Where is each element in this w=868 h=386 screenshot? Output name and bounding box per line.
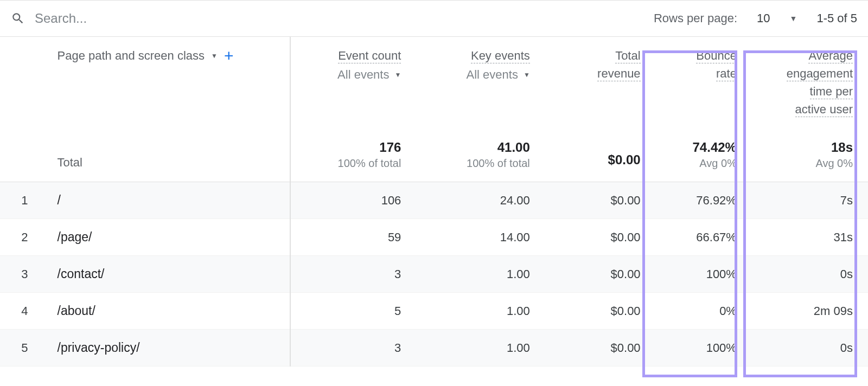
search-input[interactable] xyxy=(35,11,197,26)
cell-event-count: 3 xyxy=(290,330,416,366)
cell-event-count: 59 xyxy=(290,219,416,256)
cell-event-count: 106 xyxy=(290,182,416,219)
table-row[interactable]: 4/about/51.00$0.000%2m 09s xyxy=(0,293,868,330)
row-index: 1 xyxy=(0,182,44,219)
search-icon xyxy=(11,11,25,25)
cell-key-events: 14.00 xyxy=(416,219,545,256)
dimension-header: Page path and screen class ▼ + xyxy=(44,37,291,118)
index-header xyxy=(0,37,44,118)
totals-label: Total xyxy=(44,156,290,170)
data-table: Page path and screen class ▼ + Event cou… xyxy=(0,37,868,366)
cell-avg-engagement: 0s xyxy=(752,330,868,366)
cell-bounce-rate: 66.67% xyxy=(656,219,752,256)
table-row[interactable]: 5/privacy-policy/31.00$0.00100%0s xyxy=(0,330,868,366)
chevron-down-icon[interactable]: ▼ xyxy=(211,52,218,60)
cell-revenue: $0.00 xyxy=(545,293,656,330)
chevron-down-icon: ▼ xyxy=(790,14,797,23)
table-row[interactable]: 3/contact/31.00$0.00100%0s xyxy=(0,256,868,293)
column-header-bounce-rate[interactable]: Bouncerate xyxy=(656,37,752,118)
search-field-wrap xyxy=(11,11,644,26)
rows-per-page-value: 10 xyxy=(757,11,770,25)
cell-event-count: 3 xyxy=(290,256,416,293)
page-path: / xyxy=(44,193,290,208)
col-label: Average xyxy=(808,49,853,63)
cell-bounce-rate: 76.92% xyxy=(656,182,752,219)
totals-row: Total 176 100% of total 41.00 100% of to… xyxy=(0,118,868,182)
total-event-count: 176 100% of total xyxy=(290,118,416,182)
col-label: engagement xyxy=(787,67,853,81)
cell-key-events: 1.00 xyxy=(416,330,545,366)
column-header-event-count[interactable]: Event count All events▼ xyxy=(290,37,416,118)
cell-avg-engagement: 7s xyxy=(752,182,868,219)
cell-revenue: $0.00 xyxy=(545,330,656,366)
table-row[interactable]: 1/10624.00$0.0076.92%7s xyxy=(0,182,868,219)
page-range-label: 1-5 of 5 xyxy=(816,11,857,25)
row-index: 5 xyxy=(0,330,44,366)
cell-bounce-rate: 100% xyxy=(656,256,752,293)
cell-key-events: 24.00 xyxy=(416,182,545,219)
column-header-row: Page path and screen class ▼ + Event cou… xyxy=(0,37,868,118)
table-row[interactable]: 2/page/5914.00$0.0066.67%31s xyxy=(0,219,868,256)
page-path: /page/ xyxy=(44,230,290,245)
chevron-down-icon[interactable]: ▼ xyxy=(524,71,530,79)
page-path: /contact/ xyxy=(44,267,290,281)
row-index: 2 xyxy=(0,219,44,256)
col-label: Total xyxy=(615,49,640,63)
col-label: active user xyxy=(795,102,853,117)
add-dimension-button[interactable]: + xyxy=(224,47,234,65)
total-avg-engagement: 18s Avg 0% xyxy=(752,118,868,182)
column-header-total-revenue[interactable]: Totalrevenue xyxy=(545,37,656,118)
table-body: 1/10624.00$0.0076.92%7s2/page/5914.00$0.… xyxy=(0,182,868,366)
cell-bounce-rate: 0% xyxy=(656,293,752,330)
analytics-table: Rows per page: 10 ▼ 1-5 of 5 Page path a… xyxy=(0,0,868,366)
cell-key-events: 1.00 xyxy=(416,256,545,293)
row-index: 4 xyxy=(0,293,44,330)
cell-avg-engagement: 2m 09s xyxy=(752,293,868,330)
column-header-avg-engagement[interactable]: Averageengagementtime peractive user xyxy=(752,37,868,118)
total-revenue: $0.00 xyxy=(545,118,656,182)
page-path: /privacy-policy/ xyxy=(44,340,290,355)
total-key-events: 41.00 100% of total xyxy=(416,118,545,182)
rows-per-page-label: Rows per page: xyxy=(654,11,737,25)
col-label: revenue xyxy=(597,67,641,81)
cell-revenue: $0.00 xyxy=(545,219,656,256)
cell-bounce-rate: 100% xyxy=(656,330,752,366)
cell-event-count: 5 xyxy=(290,293,416,330)
page-path: /about/ xyxy=(44,304,290,318)
total-bounce-rate: 74.42% Avg 0% xyxy=(656,118,752,182)
chevron-down-icon[interactable]: ▼ xyxy=(394,71,401,79)
cell-revenue: $0.00 xyxy=(545,256,656,293)
cell-avg-engagement: 0s xyxy=(752,256,868,293)
rows-per-page-select[interactable]: 10 ▼ xyxy=(755,8,799,29)
col-label: Bounce xyxy=(696,49,737,63)
dimension-label: Page path and screen class xyxy=(58,49,205,63)
column-header-key-events[interactable]: Key events All events▼ xyxy=(416,37,545,118)
cell-key-events: 1.00 xyxy=(416,293,545,330)
col-label: rate xyxy=(716,67,737,81)
col-label: time per xyxy=(810,85,853,99)
cell-revenue: $0.00 xyxy=(545,182,656,219)
pagination-controls: Rows per page: 10 ▼ 1-5 of 5 xyxy=(654,8,857,29)
row-index: 3 xyxy=(0,256,44,293)
cell-avg-engagement: 31s xyxy=(752,219,868,256)
table-toolbar: Rows per page: 10 ▼ 1-5 of 5 xyxy=(0,1,868,37)
